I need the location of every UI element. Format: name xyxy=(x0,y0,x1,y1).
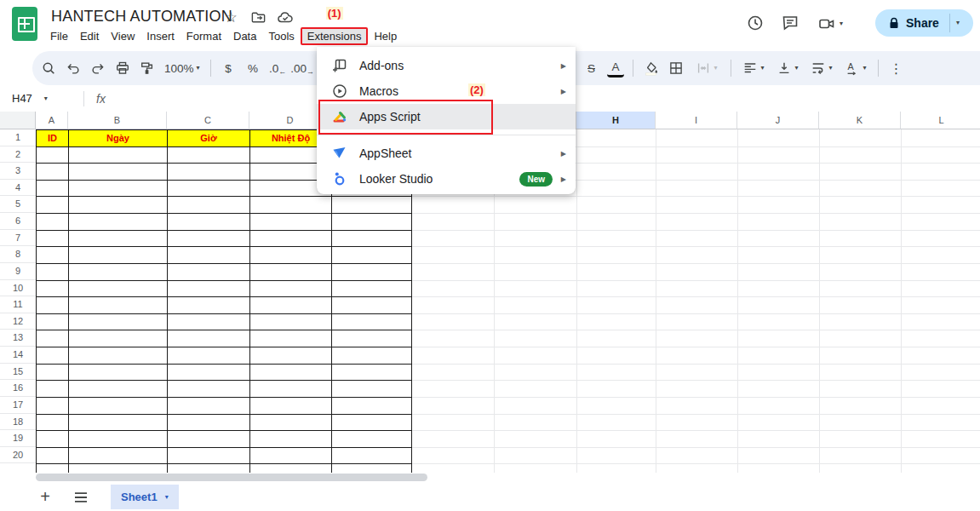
menubar: FileEditViewInsertFormatDataToolsExtensi… xyxy=(44,26,403,46)
grid-line xyxy=(737,129,738,473)
row-header-19[interactable]: 19 xyxy=(0,430,36,447)
table-border xyxy=(167,129,168,473)
sheet-tab-active[interactable]: Sheet1 ▾ xyxy=(111,485,179,509)
increase-decimal-icon[interactable]: .00→ xyxy=(290,56,315,80)
all-sheets-menu-icon[interactable] xyxy=(72,491,90,503)
column-header-C[interactable]: C xyxy=(167,112,249,129)
column-header-J[interactable]: J xyxy=(737,112,819,129)
menubar-item-format[interactable]: Format xyxy=(181,28,227,44)
undo-icon[interactable] xyxy=(60,56,85,80)
row-header-9[interactable]: 9 xyxy=(0,263,36,280)
row-header-20[interactable]: 20 xyxy=(0,447,36,464)
text-wrapping-icon[interactable]: ▾ xyxy=(805,56,839,80)
menubar-item-insert[interactable]: Insert xyxy=(140,28,181,44)
borders-icon[interactable] xyxy=(663,56,688,80)
decrease-decimal-icon[interactable]: .0← xyxy=(266,56,290,80)
redo-icon[interactable] xyxy=(85,56,110,80)
menu-item-appsheet[interactable]: AppSheet▶ xyxy=(317,141,576,166)
column-header-A[interactable]: A xyxy=(36,112,68,129)
column-header-K[interactable]: K xyxy=(819,112,901,129)
menubar-item-edit[interactable]: Edit xyxy=(74,28,105,44)
fill-color-icon[interactable] xyxy=(639,56,663,80)
grid-line xyxy=(576,129,577,473)
row-header-4[interactable]: 4 xyxy=(0,180,36,197)
add-sheet-button[interactable]: + xyxy=(36,487,54,507)
select-all-corner[interactable] xyxy=(0,112,36,129)
submenu-arrow-icon: ▶ xyxy=(561,150,566,158)
zoom-selector[interactable]: 100%▾ xyxy=(159,62,205,75)
menubar-item-help[interactable]: Help xyxy=(368,28,403,44)
menubar-item-view[interactable]: View xyxy=(105,28,140,44)
row-header-12[interactable]: 12 xyxy=(0,313,36,330)
move-folder-icon[interactable] xyxy=(249,9,266,26)
star-icon[interactable]: ☆ xyxy=(222,9,239,26)
sheet-tab-bar: + Sheet1 ▾ xyxy=(0,483,980,511)
share-button[interactable]: Share ▾ xyxy=(875,9,973,37)
horizontal-scrollbar[interactable] xyxy=(36,474,427,481)
sheet-tab-menu-icon[interactable]: ▾ xyxy=(165,494,169,501)
row-header-1[interactable]: 1 xyxy=(0,129,36,146)
column-header-B[interactable]: B xyxy=(68,112,167,129)
google-sheets-logo[interactable] xyxy=(12,7,37,41)
row-header-3[interactable]: 3 xyxy=(0,163,36,180)
column-header-H[interactable]: H xyxy=(576,112,656,129)
menu-item-add-ons[interactable]: Add-ons▶ xyxy=(317,53,576,78)
table-border xyxy=(36,447,412,448)
row-header-15[interactable]: 15 xyxy=(0,364,36,381)
strikethrough-icon[interactable]: S xyxy=(579,56,604,80)
table-border xyxy=(36,330,412,330)
menubar-item-file[interactable]: File xyxy=(44,28,74,44)
table-border xyxy=(36,397,412,398)
menu-item-label: Looker Studio xyxy=(359,172,433,186)
table-border xyxy=(36,129,37,473)
menu-item-looker-studio[interactable]: Looker StudioNew▶ xyxy=(317,166,576,192)
menubar-item-extensions[interactable]: Extensions(1) xyxy=(301,27,369,45)
row-header-13[interactable]: 13 xyxy=(0,330,36,347)
print-icon[interactable] xyxy=(110,56,135,80)
text-rotation-icon[interactable]: A▾ xyxy=(839,56,873,80)
menubar-item-data[interactable]: Data xyxy=(227,28,262,44)
paint-format-icon[interactable] xyxy=(135,56,159,80)
row-header-2[interactable]: 2 xyxy=(0,146,36,164)
table-border xyxy=(36,296,412,297)
cell-B1[interactable]: Ngày xyxy=(68,129,168,147)
row-header-7[interactable]: 7 xyxy=(0,230,36,247)
table-border xyxy=(36,463,412,464)
row-header-11[interactable]: 11 xyxy=(0,296,36,313)
grid-line xyxy=(656,129,656,473)
row-header-6[interactable]: 6 xyxy=(0,213,36,230)
table-border xyxy=(36,246,412,247)
menubar-item-tools[interactable]: Tools xyxy=(262,28,300,44)
row-header-14[interactable]: 14 xyxy=(0,347,36,364)
row-header-18[interactable]: 18 xyxy=(0,414,36,431)
cell-A1[interactable]: ID xyxy=(36,129,69,147)
horizontal-align-icon[interactable]: ▾ xyxy=(736,56,771,80)
row-header-5[interactable]: 5 xyxy=(0,196,36,213)
column-header-I[interactable]: I xyxy=(656,112,737,129)
table-border xyxy=(36,213,412,214)
merge-cells-icon: ▾ xyxy=(688,56,725,80)
comments-icon[interactable] xyxy=(781,14,801,34)
more-options-icon[interactable]: ⋮ xyxy=(884,56,908,80)
row-header-10[interactable]: 10 xyxy=(0,280,36,297)
text-color-icon[interactable]: A xyxy=(607,60,624,78)
row-header-8[interactable]: 8 xyxy=(0,246,36,263)
format-currency-icon[interactable]: $ xyxy=(216,56,241,80)
search-icon[interactable] xyxy=(36,56,60,80)
grid-line xyxy=(819,129,820,473)
row-header-16[interactable]: 16 xyxy=(0,380,36,397)
format-percent-icon[interactable]: % xyxy=(241,56,266,80)
share-dropdown-icon[interactable]: ▾ xyxy=(956,20,960,26)
column-header-L[interactable]: L xyxy=(901,112,980,129)
vertical-align-icon[interactable]: ▾ xyxy=(771,56,805,80)
addons-icon xyxy=(331,57,348,74)
row-header-17[interactable]: 17 xyxy=(0,397,36,414)
meet-presentation-button[interactable]: ▾ xyxy=(817,14,850,34)
extensions-menu: Add-ons▶Macros▶Apps ScriptAppSheet▶Looke… xyxy=(317,47,576,194)
document-title[interactable]: HANTECH AUTOMATION xyxy=(51,8,232,26)
cell-C1[interactable]: Giờ xyxy=(167,129,250,147)
name-box[interactable]: H47 ▾ xyxy=(0,92,77,105)
version-history-icon[interactable] xyxy=(746,14,766,34)
appsheet-icon xyxy=(331,145,348,162)
table-border xyxy=(36,364,412,365)
